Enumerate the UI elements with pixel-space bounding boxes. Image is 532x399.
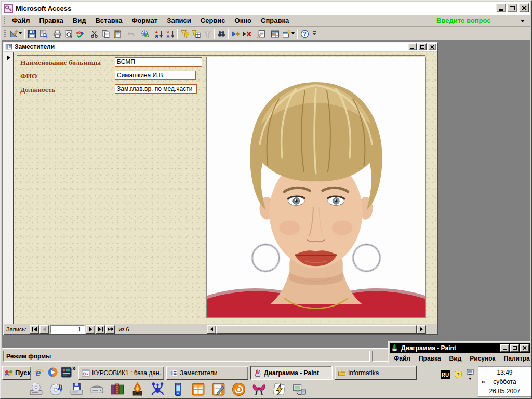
menu-item-3[interactable]: Вид [68, 15, 91, 26]
print-icon[interactable] [51, 28, 63, 39]
last-record-button[interactable] [96, 325, 105, 334]
menu-item-6[interactable]: Записи [162, 15, 195, 26]
current-record-box[interactable]: 1 [50, 325, 85, 334]
openoffice-icon[interactable] [191, 382, 206, 397]
paint-menu-item-3[interactable]: Вид [445, 354, 466, 363]
menu-item-8[interactable]: Окно [230, 15, 256, 26]
paint-maximize-button[interactable] [510, 344, 519, 352]
paint-menu-item-5[interactable]: Палитра [500, 354, 532, 363]
paint-menu-item-1[interactable]: Файл [390, 354, 415, 363]
scrollbar-thumb[interactable] [216, 325, 417, 334]
tray-separator [436, 367, 436, 379]
winamp-icon[interactable] [272, 382, 287, 397]
new-record-button[interactable] [105, 325, 115, 334]
paint-menu-item-4[interactable]: Рисунок [466, 354, 499, 363]
delete-record-icon[interactable] [241, 28, 252, 39]
portrait-photo [206, 57, 426, 318]
question-dropdown-icon[interactable] [521, 20, 525, 24]
paint-menu-item-2[interactable]: Правка [415, 354, 445, 363]
nero-burning-icon[interactable] [130, 382, 145, 397]
cd-burner-icon[interactable] [29, 382, 44, 397]
sort-asc-icon[interactable]: АЯ [153, 28, 165, 39]
removable-drive-icon[interactable] [89, 382, 104, 397]
filter-form-icon[interactable] [190, 28, 202, 39]
language-indicator[interactable]: RU [441, 370, 450, 379]
save-icon[interactable] [26, 28, 37, 39]
maximize-button[interactable] [507, 3, 517, 12]
paste-icon[interactable] [111, 28, 123, 39]
mobile-phone-icon[interactable] [170, 382, 185, 397]
cut-icon[interactable] [88, 28, 100, 39]
help-icon[interactable]: ? [299, 28, 310, 39]
minimize-button[interactable] [496, 3, 506, 12]
field-input-1[interactable]: БСМП [115, 57, 202, 66]
field-input-3[interactable]: Зам.глав.вр. по мед.части [115, 84, 197, 94]
first-record-button[interactable] [30, 325, 39, 334]
floppy-backup-icon[interactable] [69, 382, 84, 397]
current-record-arrow-icon [6, 55, 11, 60]
taskbar-task-1[interactable]: КУРСОВИК1 : база дан... [78, 366, 164, 380]
menu-item-1[interactable]: Файл [7, 15, 35, 26]
scroll-right-icon[interactable] [417, 325, 426, 334]
blue-crab-app-icon[interactable] [150, 382, 165, 397]
new-record-icon[interactable] [230, 28, 241, 39]
form-minimize-button[interactable] [408, 43, 417, 50]
form-close-button[interactable] [428, 43, 436, 50]
media-player-icon[interactable] [47, 367, 58, 378]
menu-item-9[interactable]: Справка [256, 15, 294, 26]
menu-item-4[interactable]: Вставка [90, 15, 127, 26]
display-tray-icon[interactable] [467, 368, 474, 381]
taskbar-task-2[interactable]: Заместители [166, 366, 248, 380]
new-object-icon[interactable] [281, 28, 296, 39]
menu-item-7[interactable]: Сервис [196, 15, 230, 26]
spelling-icon[interactable]: абв [74, 28, 86, 39]
paint-minimize-button[interactable] [500, 344, 509, 352]
form-maximize-button[interactable] [418, 43, 427, 50]
text-editor-icon[interactable] [211, 382, 226, 397]
app-window-buttons [496, 3, 529, 12]
image-viewer-icon[interactable] [231, 382, 246, 397]
paint-icon [391, 344, 398, 352]
field-input-2[interactable]: Симашкина И.В. [115, 71, 196, 80]
taskbar-task-3[interactable]: Диаграмма - Paint [250, 366, 332, 380]
close-button[interactable] [518, 3, 529, 12]
file-search-icon[interactable] [37, 28, 49, 39]
filter-selection-icon[interactable] [179, 28, 190, 39]
download-manager-icon[interactable] [251, 382, 267, 397]
audio-cd-icon[interactable] [49, 382, 64, 397]
clock-collapse-icon[interactable]: « [482, 377, 485, 387]
start-button[interactable]: Пуск [2, 366, 31, 380]
internet-explorer-icon[interactable]: e [34, 367, 45, 378]
properties-icon[interactable] [255, 28, 267, 39]
undo-icon[interactable] [125, 28, 137, 39]
sort-desc-icon[interactable]: ЯА [165, 28, 176, 39]
menu-item-2[interactable]: Правка [35, 15, 68, 26]
next-record-button[interactable] [86, 325, 95, 334]
view-design-icon[interactable] [8, 28, 23, 39]
toolbar-separator [297, 29, 298, 39]
find-icon[interactable] [216, 28, 227, 39]
copy-icon[interactable] [100, 28, 111, 39]
dropdown-arrow-icon [19, 32, 22, 36]
taskbar-task-4[interactable]: Informatika [335, 366, 417, 380]
photo-viewer-icon[interactable] [61, 367, 72, 378]
print-preview-icon[interactable] [63, 28, 74, 39]
quick-launch-chevron-icon[interactable]: » [72, 365, 76, 372]
tray-clock[interactable]: 13:49 суббота 26.05.2007 « [478, 366, 531, 397]
filter-icon[interactable] [202, 28, 213, 39]
menubar-grip-handle[interactable] [4, 17, 5, 25]
database-window-icon[interactable] [269, 28, 281, 39]
menu-item-5[interactable]: Формат [127, 15, 162, 26]
winrar-icon[interactable] [110, 382, 125, 397]
paint-close-button[interactable] [520, 344, 529, 352]
help-tray-icon[interactable]: ? [454, 370, 462, 379]
toolbar-options-icon[interactable] [312, 31, 316, 37]
toolbar-grip-handle[interactable] [4, 30, 6, 38]
previous-record-button[interactable] [39, 325, 49, 334]
type-a-question-box[interactable]: Введите вопрос [436, 17, 490, 24]
pc-suite-icon[interactable] [292, 382, 307, 397]
scroll-left-icon[interactable] [207, 325, 216, 334]
form-horizontal-scrollbar[interactable] [207, 325, 426, 334]
hyperlink-icon[interactable] [139, 28, 151, 39]
record-selector-bar[interactable] [4, 52, 14, 324]
